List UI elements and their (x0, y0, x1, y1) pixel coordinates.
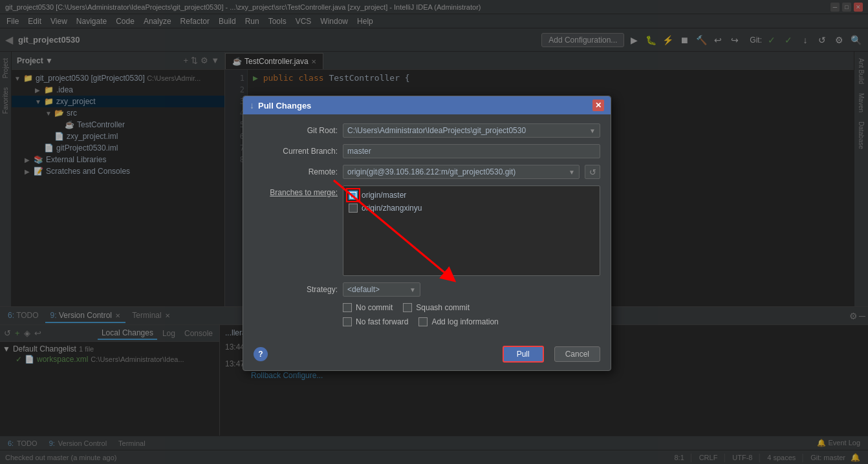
dialog-title-bar: ↓ Pull Changes ✕ (243, 96, 611, 114)
add-log-checkbox[interactable] (418, 317, 428, 326)
strategy-select[interactable]: <default> ▼ (343, 282, 420, 297)
remote-select[interactable]: origin(git@39.105.186.212:m/git_project0… (343, 165, 580, 179)
squash-commit-label: Squash commit (416, 303, 470, 312)
git-root-select[interactable]: C:\Users\Administrator\IdeaProjects\git_… (343, 123, 600, 138)
git-root-row: Git Root: C:\Users\Administrator\IdeaPro… (254, 123, 600, 138)
options-row: No commit Squash commit (254, 303, 600, 312)
branch-zhangxinyu-item[interactable]: origin/zhangxinyu (346, 202, 597, 215)
git-root-label: Git Root: (254, 126, 338, 135)
branch-master-item[interactable]: origin/master (346, 189, 597, 202)
dialog-close-button[interactable]: ✕ (592, 100, 604, 111)
remote-value: origin(git@39.105.186.212:m/git_project0… (347, 167, 515, 176)
branches-box: origin/master origin/zhangxinyu (343, 185, 600, 276)
branch-text: master (347, 147, 371, 156)
strategy-value: <default> (347, 285, 380, 294)
current-branch-value: master (343, 144, 600, 158)
git-root-arrow: ▼ (589, 127, 596, 134)
git-root-value: C:\Users\Administrator\IdeaProjects\git_… (347, 126, 526, 135)
dialog-body: Git Root: C:\Users\Administrator\IdeaPro… (243, 114, 611, 342)
no-commit-label: No commit (356, 303, 393, 312)
dialog-title-text: Pull Changes (258, 101, 589, 111)
no-commit-option[interactable]: No commit (343, 303, 393, 312)
add-log-label: Add log information (431, 317, 498, 326)
cancel-button[interactable]: Cancel (554, 346, 600, 362)
strategy-label: Strategy: (254, 285, 338, 294)
dialog-overlay: ↓ Pull Changes ✕ Git Root: C:\Users\Admi… (0, 0, 868, 464)
no-commit-checkbox[interactable] (343, 303, 352, 312)
add-log-option[interactable]: Add log information (418, 317, 498, 326)
branch-zhangxinyu-checkbox[interactable] (349, 204, 358, 213)
dialog-title-icon: ↓ (250, 100, 254, 111)
remote-arrow: ▼ (569, 169, 575, 176)
current-branch-label: Current Branch: (254, 147, 338, 156)
pull-dialog: ↓ Pull Changes ✕ Git Root: C:\Users\Admi… (243, 96, 611, 371)
refresh-button[interactable]: ↺ (585, 165, 600, 179)
branch-master-checkbox[interactable] (349, 191, 358, 200)
strategy-arrow: ▼ (409, 286, 416, 293)
help-button[interactable]: ? (254, 347, 268, 361)
no-fast-forward-checkbox[interactable] (343, 317, 352, 326)
remote-label: Remote: (254, 167, 338, 176)
branches-row: Branches to merge: origin/master origin/… (254, 185, 600, 276)
squash-commit-option[interactable]: Squash commit (403, 303, 470, 312)
branches-label-text: Branches to merge: (270, 188, 338, 197)
pull-button[interactable]: Pull (503, 346, 544, 363)
no-fast-forward-option[interactable]: No fast forward (343, 317, 408, 326)
strategy-row: Strategy: <default> ▼ (254, 282, 600, 297)
branches-label: Branches to merge: (254, 185, 338, 197)
no-fast-forward-label: No fast forward (356, 317, 408, 326)
dialog-footer: ? Pull Cancel (243, 342, 611, 370)
squash-commit-checkbox[interactable] (403, 303, 412, 312)
current-branch-row: Current Branch: master (254, 144, 600, 158)
branch-master-label: origin/master (362, 191, 406, 200)
branch-zhangxinyu-label: origin/zhangxinyu (362, 204, 422, 213)
remote-row: Remote: origin(git@39.105.186.212:m/git_… (254, 165, 600, 179)
options-row-2: No fast forward Add log information (254, 317, 600, 326)
